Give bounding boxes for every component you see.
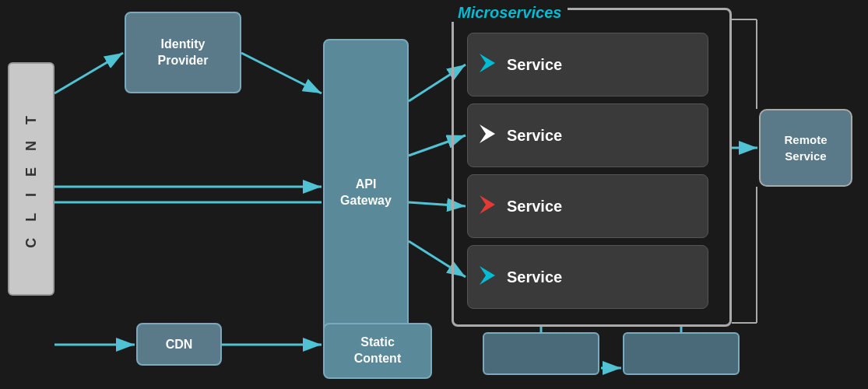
svg-marker-21 xyxy=(480,54,495,72)
database-box-2 xyxy=(623,332,740,375)
remote-service-label: RemoteService xyxy=(784,131,827,164)
cdn-label: CDN xyxy=(166,338,193,352)
identity-provider-label: IdentityProvider xyxy=(158,37,209,69)
service-label-2: Service xyxy=(507,127,562,145)
identity-provider-box: IdentityProvider xyxy=(125,12,241,93)
cdn-box: CDN xyxy=(136,323,222,366)
database-box-1 xyxy=(483,332,599,375)
client-label: C L I E N T xyxy=(23,110,40,248)
chevron-icon-2 xyxy=(475,120,502,147)
client-box: C L I E N T xyxy=(8,62,54,296)
diagram: C L I E N T IdentityProvider CDN APIGate… xyxy=(0,0,868,389)
service-box-3: Service xyxy=(467,174,708,238)
service-label-4: Service xyxy=(507,268,562,286)
microservices-title: Microservices xyxy=(452,4,568,22)
svg-line-3 xyxy=(54,53,123,93)
static-content-box: StaticContent xyxy=(323,323,432,379)
service-box-1: Service xyxy=(467,33,708,96)
service-label-3: Service xyxy=(507,198,562,216)
svg-marker-23 xyxy=(480,195,495,214)
api-gateway-label: APIGateway xyxy=(340,177,392,209)
static-content-label: StaticContent xyxy=(354,335,401,367)
api-gateway-box: APIGateway xyxy=(323,39,409,346)
svg-line-4 xyxy=(241,53,322,93)
chevron-icon-1 xyxy=(475,49,502,76)
service-box-2: Service xyxy=(467,103,708,167)
remote-service-box: RemoteService xyxy=(759,109,852,187)
chevron-icon-4 xyxy=(475,261,502,289)
svg-marker-22 xyxy=(480,124,495,143)
svg-marker-24 xyxy=(480,266,495,285)
chevron-icon-3 xyxy=(475,191,502,218)
service-label-1: Service xyxy=(507,56,562,74)
service-box-4: Service xyxy=(467,245,708,309)
